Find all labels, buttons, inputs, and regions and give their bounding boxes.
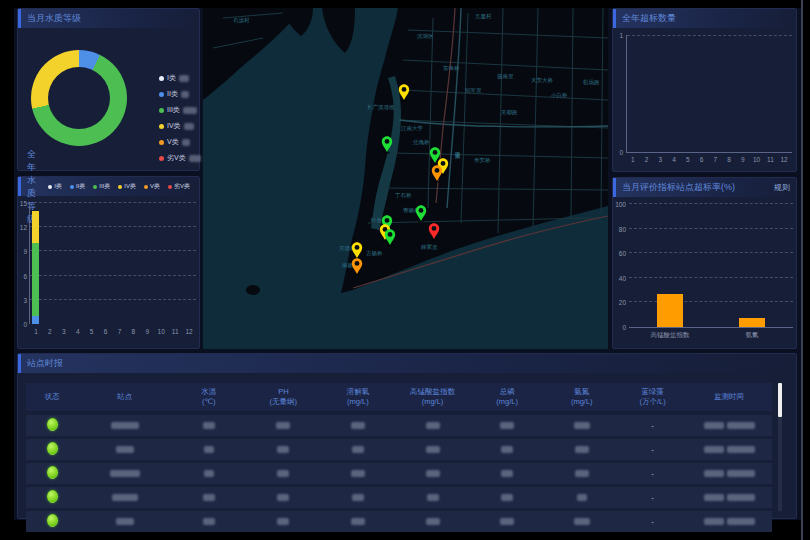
table-row[interactable]: -	[26, 487, 772, 508]
status-indicator-normal	[47, 418, 58, 431]
map-label: 天安大桥	[531, 77, 554, 83]
legend-label: II类	[167, 89, 178, 99]
rate-bar-氨氮[interactable]	[739, 318, 765, 327]
pin-hole	[388, 232, 393, 237]
legend-item[interactable]: IV类	[118, 181, 139, 193]
table-cell	[470, 493, 545, 502]
x-tick-label: 1	[34, 328, 38, 335]
time-redacted	[704, 470, 724, 477]
map-label: 丁石桥	[395, 192, 412, 199]
legend-item[interactable]: 劣V类	[168, 181, 193, 193]
legend-dot	[159, 140, 164, 145]
time-redacted	[704, 494, 724, 501]
gridline	[629, 228, 793, 229]
legend-item[interactable]: III类	[93, 181, 113, 193]
gridline	[629, 301, 793, 302]
gridline	[29, 299, 196, 300]
annual-grade-chart: 03691215 123456789101112	[18, 196, 199, 349]
value-redacted	[351, 518, 365, 525]
legend-dot	[70, 185, 74, 189]
legend-value-redacted	[183, 107, 197, 114]
window-scrollbar[interactable]	[801, 0, 803, 540]
table-cell	[395, 493, 470, 502]
table-scrollbar-thumb[interactable]	[778, 383, 782, 417]
panel-annual-grade-header: 全年水质等级 I类II类III类IV类V类劣V类	[18, 177, 199, 196]
table-header-row: 状态站点水温(℃)PH(无量纲)溶解氧(mg/L)高锰酸盐指数(mg/L)总磷(…	[26, 383, 772, 411]
legend-item[interactable]: 劣V类	[159, 150, 201, 166]
legend-item[interactable]: II类	[159, 86, 201, 102]
column-header-站点: 站点	[78, 392, 171, 402]
table-row[interactable]: -	[26, 511, 772, 532]
legend-item[interactable]: III类	[159, 102, 201, 118]
legend-item[interactable]: I类	[48, 181, 65, 193]
station-name-redacted	[111, 422, 139, 429]
station-table: 状态站点水温(℃)PH(无量纲)溶解氧(mg/L)高锰酸盐指数(mg/L)总磷(…	[18, 373, 796, 519]
column-unit: (℃)	[171, 397, 246, 407]
time-redacted	[704, 446, 724, 453]
x-tick-label: 7	[714, 156, 718, 163]
legend-label: IV类	[124, 182, 136, 191]
table-cell	[321, 517, 396, 526]
donut-chart[interactable]	[31, 50, 127, 146]
value-redacted	[277, 518, 289, 525]
rules-link[interactable]: 规则	[774, 182, 790, 193]
column-header-PH: PH(无量纲)	[246, 387, 321, 407]
value-redacted	[575, 470, 589, 477]
column-name: 水温	[171, 387, 246, 397]
legend-item[interactable]: I类	[159, 70, 201, 86]
table-cell	[321, 493, 396, 502]
time-redacted	[727, 518, 755, 525]
value-redacted	[203, 422, 215, 429]
panel-monthly-grade-header: 当月水质等级	[18, 9, 199, 28]
bar-segment-II类[interactable]	[32, 316, 39, 324]
pin-shadow	[387, 245, 393, 247]
pin-hole	[355, 245, 360, 250]
pin-hole	[433, 150, 438, 155]
value-redacted	[427, 494, 439, 501]
legend-item[interactable]: V类	[144, 181, 163, 193]
map[interactable]: 石渎村五星村滨湖区东绛桥益南里冠军里天安大桥机场路小白桥吴都路长广溪湿地江南大学…	[203, 8, 608, 349]
legend-item[interactable]: V类	[159, 134, 201, 150]
table-cell	[395, 445, 470, 454]
pin-shadow	[401, 100, 407, 102]
y-tick-label: 80	[613, 226, 626, 233]
gridline	[629, 203, 793, 204]
column-name: 高锰酸盐指数	[395, 387, 470, 397]
table-cell	[78, 517, 171, 526]
panel-title: 当月评价指标站点超标率(%)	[622, 181, 735, 194]
column-header-蓝绿藻: 蓝绿藻(万个/L)	[619, 387, 686, 407]
exceed-plot	[626, 35, 792, 153]
table-cell	[171, 421, 246, 430]
legend-value-redacted	[182, 139, 190, 146]
map-label: 北堍桥	[412, 139, 430, 146]
value-redacted	[574, 422, 590, 429]
value-redacted	[575, 446, 589, 453]
bar-segment-IV类[interactable]	[32, 211, 39, 243]
legend-item[interactable]: II类	[70, 181, 88, 193]
panel-monthly-rate: 当月评价指标站点超标率(%) 规则 020406080100 高锰酸盐指数氨氮	[612, 177, 797, 349]
time-redacted	[727, 470, 755, 477]
map-label: 滨湖区	[417, 33, 434, 40]
value-redacted	[426, 518, 440, 525]
table-row[interactable]: -	[26, 415, 772, 436]
table-cell	[246, 493, 321, 502]
rate-bar-高锰酸盐指数[interactable]	[657, 294, 683, 327]
panel-monthly-rate-header: 当月评价指标站点超标率(%) 规则	[613, 178, 796, 197]
map-label: 益南里	[497, 73, 514, 80]
status-indicator-normal	[47, 442, 58, 455]
table-row[interactable]: -	[26, 463, 772, 484]
table-row[interactable]: -	[26, 439, 772, 460]
gridline	[629, 252, 793, 253]
y-tick-label: 9	[18, 248, 27, 255]
table-cell	[26, 418, 78, 433]
panel-annual-exceed: 全年超标数量 01 123456789101112	[612, 8, 797, 172]
bar-segment-III类[interactable]	[32, 243, 39, 316]
y-tick-label: 15	[18, 200, 27, 207]
x-tick-label: 10	[753, 156, 760, 163]
legend-item[interactable]: IV类	[159, 118, 201, 134]
column-unit: (mg/L)	[470, 397, 545, 407]
column-name: 监测时间	[686, 392, 772, 402]
value-redacted	[277, 494, 289, 501]
table-cell	[544, 493, 619, 502]
table-cell	[470, 445, 545, 454]
